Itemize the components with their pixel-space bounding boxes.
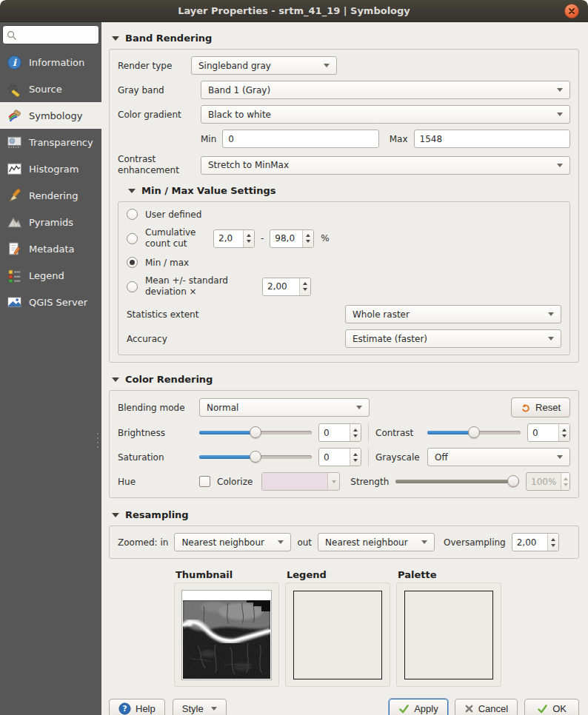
sidebar-item-metadata[interactable]: Metadata [0,235,101,262]
spin-arrows[interactable] [558,424,569,441]
cumulative-low-spinbox[interactable]: 2,0 [213,229,255,248]
ok-button[interactable]: OK [524,699,579,715]
brightness-slider[interactable] [199,426,312,439]
brightness-value: 0 [319,424,350,441]
titlebar[interactable]: Layer Properties - srtm_41_19 | Symbolog… [0,0,588,22]
sidebar-item-legend[interactable]: Legend [0,262,101,289]
minmax-settings-header[interactable]: Min / Max Value Settings [128,185,570,196]
sidebar-item-transparency[interactable]: Transparency [0,129,101,155]
mean-std-spinbox[interactable]: 2,00 [262,278,311,296]
symbology-panel: Band Rendering Render type Singleband gr… [101,22,588,715]
saturation-value: 0 [319,449,350,466]
spin-arrows[interactable] [547,534,558,551]
saturation-slider[interactable] [199,451,312,463]
zoomed-out-select[interactable]: Nearest neighbour [318,533,435,551]
oversampling-spinbox[interactable]: 2,00 [512,533,559,551]
gray-band-select[interactable]: Band 1 (Gray) [201,81,570,99]
spin-arrows[interactable] [243,230,254,247]
colorize-checkbox[interactable] [199,476,210,487]
cumulative-count-cut-radio[interactable] [127,233,138,244]
render-type-select[interactable]: Singleband gray [191,56,337,75]
sidebar: i Information Source Symbology [0,22,101,715]
chevron-down-icon [421,540,427,544]
reset-label: Reset [535,402,561,413]
sidebar-item-pyramids[interactable]: Pyramids [0,209,101,235]
accuracy-label: Accuracy [127,334,345,344]
spin-arrows[interactable] [299,278,310,295]
brightness-label: Brightness [118,428,199,438]
check-icon [537,703,548,714]
dem-raster-thumbnail [183,600,270,679]
ok-label: OK [552,703,567,714]
zoomed-in-label: Zoomed: in [118,537,168,548]
user-defined-radio[interactable] [127,209,138,220]
sidebar-item-symbology[interactable]: Symbology [0,102,101,129]
previews-row: Thumbnail [174,569,579,687]
strength-slider[interactable] [395,475,519,488]
spin-arrows[interactable] [302,230,313,247]
band-rendering-header[interactable]: Band Rendering [112,33,579,44]
swatch-dropdown[interactable] [327,473,339,490]
min-max-radio[interactable] [127,257,138,268]
sidebar-item-qgis-server[interactable]: QGIS Server [0,289,101,315]
collapse-triangle-icon [128,189,136,193]
style-label: Style [182,703,204,714]
sidebar-item-label: Legend [29,270,64,281]
chevron-down-icon [557,455,563,459]
spin-arrows [561,473,569,490]
spin-arrows[interactable] [350,424,361,441]
sidebar-item-histogram[interactable]: Histogram [0,155,101,182]
statistics-extent-value: Whole raster [353,309,410,320]
sidebar-item-rendering[interactable]: Rendering [0,182,101,209]
mean-std-radio[interactable] [127,281,138,292]
colorize-color-button[interactable] [261,472,340,491]
chevron-down-icon [356,406,362,409]
cancel-button[interactable]: Cancel [455,699,518,715]
cumulative-high-value: 98,0 [270,230,302,247]
zoomed-in-select[interactable]: Nearest neighbour [174,533,291,551]
blending-mode-select[interactable]: Normal [199,398,370,417]
color-rendering-frame: Blending mode Normal Reset Brightness [109,390,579,498]
close-button[interactable] [564,4,579,19]
search-input[interactable] [17,29,88,41]
sidebar-item-label: Symbology [29,110,82,121]
minmax-settings-frame: User defined Cumulative count cut 2,0 - … [118,201,570,355]
sidebar-search[interactable] [2,25,99,44]
spin-arrows[interactable] [350,449,361,466]
resampling-header[interactable]: Resampling [112,509,579,520]
color-gradient-value: Black to white [208,110,271,120]
x-icon [464,704,474,714]
contrast-enhancement-select[interactable]: Stretch to MinMax [201,156,570,175]
saturation-spinbox[interactable]: 0 [318,448,361,466]
cumulative-high-spinbox[interactable]: 98,0 [270,229,314,248]
min-value: 0 [228,134,234,144]
contrast-slider[interactable] [427,426,521,439]
brightness-spinbox[interactable]: 0 [318,423,361,442]
style-button[interactable]: Style [173,699,227,715]
help-icon: ? [118,702,131,715]
help-button[interactable]: ? Help [109,699,165,715]
transparency-icon [7,135,22,150]
apply-button[interactable]: Apply [389,699,448,715]
min-input[interactable]: 0 [222,130,378,148]
grayscale-select[interactable]: Off [427,448,570,466]
collapse-triangle-icon [112,36,119,41]
accuracy-select[interactable]: Estimate (faster) [345,329,561,348]
contrast-spinbox[interactable]: 0 [527,423,570,442]
color-gradient-select[interactable]: Black to white [201,105,570,124]
user-defined-label: User defined [145,209,201,220]
color-rendering-header[interactable]: Color Rendering [112,374,579,385]
legend-box [293,591,382,679]
reset-button[interactable]: Reset [511,397,570,417]
palette-box [404,591,493,679]
mean-std-value: 2,00 [263,278,299,295]
sidebar-item-source[interactable]: Source [0,75,101,102]
splitter-handle[interactable] [96,433,99,448]
search-icon [6,30,17,41]
thumbnail-label: Thumbnail [176,569,279,580]
statistics-extent-select[interactable]: Whole raster [345,305,561,323]
max-input[interactable]: 1548 [414,130,570,148]
chevron-down-icon [557,113,563,116]
saturation-label: Saturation [118,452,199,463]
sidebar-item-information[interactable]: i Information [0,49,101,75]
